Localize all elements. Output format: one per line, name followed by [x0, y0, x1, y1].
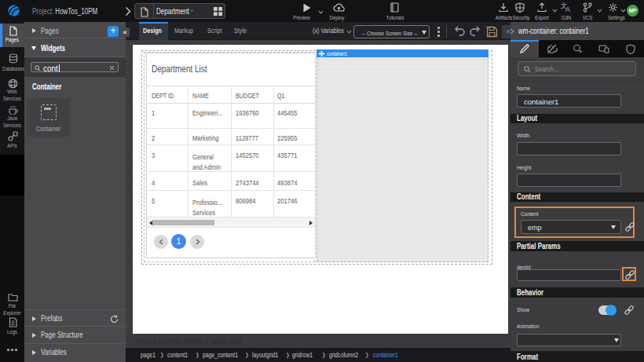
svg-text:A: A — [565, 5, 570, 13]
